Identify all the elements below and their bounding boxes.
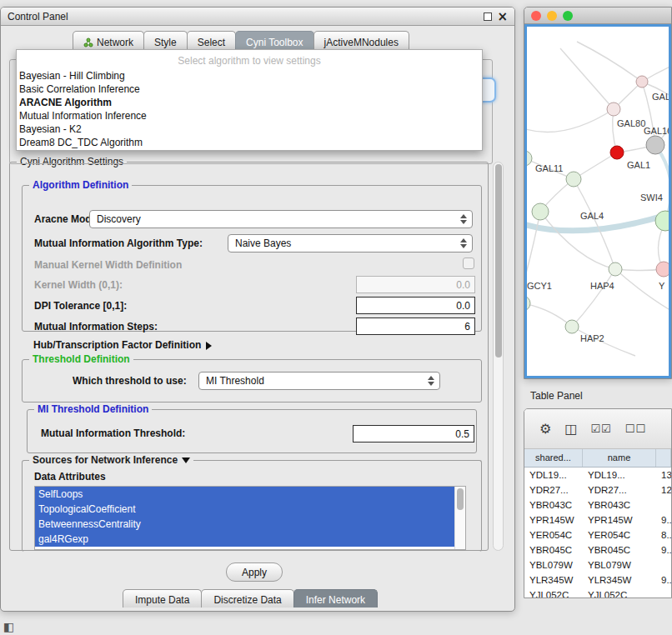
network-edge[interactable] [527, 303, 572, 327]
float-window-icon[interactable] [484, 12, 492, 21]
table-row[interactable]: YPR145WYPR145W9... [524, 512, 671, 528]
table-cell: YJL052C [524, 588, 583, 598]
manual-kernel-width-label: Manual Kernel Width Definition [34, 259, 182, 271]
control-panel-window: Control Panel × NetworkStyleSelectCyni T… [0, 7, 515, 612]
table-cell: YDL19... [524, 468, 583, 482]
attribute-list-item[interactable]: TopologicalCoefficient [35, 502, 465, 517]
table-row[interactable]: YJL052CYJL052C [524, 588, 671, 598]
table-cell: 8... [656, 528, 671, 542]
network-node[interactable] [656, 262, 671, 277]
table-cell: 9... [656, 512, 671, 528]
network-node-label: HAP2 [580, 333, 604, 343]
aracne-mode-select[interactable]: Discovery [89, 210, 473, 228]
apply-button[interactable]: Apply [226, 562, 283, 582]
algorithm-dropdown-items: Bayesian - Hill ClimbingBasic Correlatio… [17, 69, 482, 149]
table-row[interactable]: YBR045CYBR045C9... [524, 542, 671, 558]
network-node[interactable] [655, 211, 671, 231]
network-edge[interactable] [527, 109, 614, 132]
settings-scrollbar[interactable] [493, 162, 504, 551]
table-row[interactable]: YDR27...YDR27...12... [524, 482, 671, 498]
network-node[interactable] [609, 262, 622, 276]
network-canvas[interactable]: GALGAL80GAL10GAL11GAL1SWI4GAL4GCY1HAP4YH… [524, 24, 671, 378]
data-attributes-list[interactable]: SelfLoopsTopologicalCoefficientBetweenne… [34, 486, 466, 550]
hub-definition-collapser[interactable]: Hub/Transcription Factor Definition [33, 339, 212, 351]
table-cell: YPR145W [583, 512, 656, 528]
network-node[interactable] [565, 320, 579, 333]
tab-style[interactable]: Style [143, 31, 188, 50]
algorithm-option[interactable]: Mutual Information Inference [17, 109, 482, 122]
attributes-scrollbar[interactable] [454, 487, 465, 549]
close-icon[interactable]: × [497, 12, 508, 22]
attribute-list-item[interactable]: SelfLoops [35, 487, 465, 502]
table-row[interactable]: YLR345WYLR345W9... [524, 572, 671, 588]
tab-jactivemnodules[interactable]: jActiveMNodules [313, 31, 409, 50]
table-cell: YBR045C [583, 542, 656, 558]
control-panel-titlebar[interactable]: Control Panel × [1, 8, 514, 26]
table-row[interactable]: YER054CYER054C8... [524, 528, 671, 542]
network-node[interactable] [636, 76, 648, 88]
table-cell: YDR27... [583, 482, 656, 498]
network-edge[interactable] [572, 269, 615, 327]
select-all-icon[interactable]: ☑☑ [590, 423, 611, 434]
which-threshold-select[interactable]: MI Threshold [198, 372, 440, 390]
collapse-right-icon [206, 342, 212, 350]
mi-algorithm-type-select[interactable]: Naive Bayes [228, 234, 473, 252]
dpi-tolerance-field[interactable] [356, 297, 475, 314]
network-node[interactable] [646, 136, 664, 154]
table-column-header[interactable]: shared... [524, 449, 583, 467]
table-row[interactable]: YBR043CYBR043C [524, 498, 671, 512]
network-node[interactable] [527, 296, 530, 311]
network-window-titlebar[interactable] [524, 8, 671, 24]
minimize-traffic-light[interactable] [547, 11, 557, 21]
attribute-list-item[interactable]: BetweennessCentrality [35, 517, 465, 532]
bottom-tab-discretize-data[interactable]: Discretize Data [201, 589, 293, 608]
mi-steps-label: Mutual Information Steps: [34, 321, 158, 332]
network-node[interactable] [607, 102, 620, 116]
sources-group: Sources for Network Inference Data Attri… [22, 460, 482, 552]
algorithm-option[interactable]: Dream8 DC_TDC Algorithm [17, 136, 482, 149]
which-threshold-label: Which threshold to use: [73, 375, 187, 387]
tab-network[interactable]: Network [73, 31, 144, 50]
mi-algorithm-type-label: Mutual Information Algorithm Type: [34, 238, 203, 249]
table-column-header[interactable]: name [583, 449, 656, 467]
mi-threshold-field[interactable] [353, 425, 474, 442]
table-row[interactable]: YDL19...YDL19...13... [524, 468, 671, 482]
network-node[interactable] [610, 146, 624, 159]
algorithm-option[interactable]: Bayesian - K2 [17, 122, 482, 136]
network-node[interactable] [566, 172, 581, 187]
network-node[interactable] [532, 203, 549, 220]
attribute-list-item[interactable]: gal4RGexp [35, 532, 465, 547]
network-edge[interactable] [655, 145, 671, 221]
network-edge[interactable] [574, 179, 615, 269]
threshold-definition-group: Threshold Definition Which threshold to … [22, 359, 482, 402]
network-node[interactable] [527, 151, 532, 166]
tab-cyni-toolbox[interactable]: Cyni Toolbox [235, 31, 313, 50]
network-node-label: GAL80 [617, 118, 645, 128]
manual-kernel-width-checkbox[interactable] [463, 258, 474, 269]
mi-algorithm-type-value: Naive Bayes [235, 238, 291, 249]
algorithm-option[interactable]: Basic Correlation Inference [17, 82, 482, 96]
table-cell: 12... [656, 482, 671, 498]
table-column-header[interactable] [656, 449, 671, 467]
tab-label: Select [198, 37, 225, 48]
bottom-tab-impute-data[interactable]: Impute Data [123, 589, 202, 608]
mi-steps-field[interactable] [356, 318, 475, 335]
tab-select[interactable]: Select [187, 31, 236, 50]
attributes-scrollbar-thumb[interactable] [457, 488, 464, 510]
sources-title[interactable]: Sources for Network Inference [29, 454, 193, 466]
close-traffic-light[interactable] [531, 11, 541, 21]
zoom-traffic-light[interactable] [563, 11, 573, 21]
table-cell: YDL19... [583, 468, 656, 482]
gear-icon[interactable]: ⚙ [539, 422, 551, 436]
panel-dock-icon[interactable]: ◧ [3, 620, 14, 633]
network-edge[interactable] [577, 42, 642, 82]
table-cell: YPR145W [524, 512, 583, 528]
settings-scrollbar-thumb[interactable] [495, 164, 502, 358]
bottom-tab-infer-network[interactable]: Infer Network [293, 589, 378, 608]
deselect-all-icon[interactable]: ☐☐ [625, 423, 646, 434]
columns-icon[interactable]: ◫ [564, 422, 577, 436]
network-node-label: HAP4 [590, 281, 614, 291]
algorithm-option[interactable]: Bayesian - Hill Climbing [17, 69, 482, 82]
table-row[interactable]: YBL079WYBL079W [524, 558, 671, 572]
algorithm-option[interactable]: ARACNE Algorithm [17, 96, 482, 109]
